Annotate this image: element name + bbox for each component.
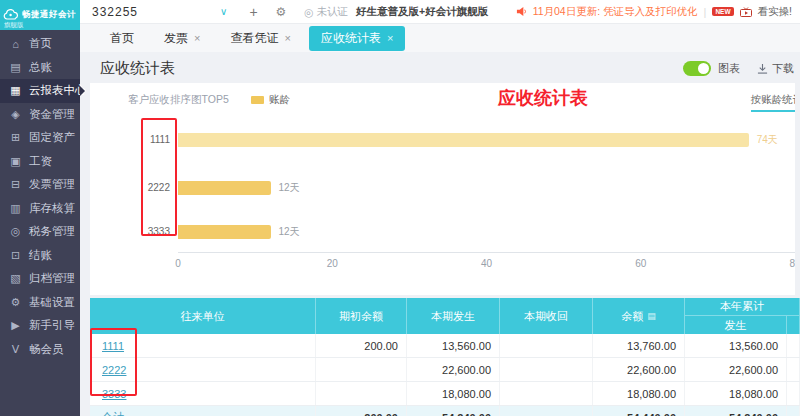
col-header-received[interactable]: 本期收回: [500, 298, 593, 334]
aging-analysis-link[interactable]: 按账龄统计: [751, 93, 796, 112]
sidebar-menu: ⌂ 首页 ▤ 总账 ▦ 云报表中心 ◈ 资金管理 ⊞ 固定资产 ▣ 工资 ⊟ 发…: [0, 30, 80, 361]
sidebar-item-label: 发票管理: [29, 177, 75, 192]
video-tv-icon: [740, 7, 752, 17]
sidebar-item-home[interactable]: ⌂ 首页: [0, 32, 80, 56]
bar-chart-plot: 1111 2222 3333 74天 12天 12天 0 20 40 60 80: [178, 119, 795, 253]
sidebar: 畅捷通好会计 旗舰版 ⌂ 首页 ▤ 总账 ▦ 云报表中心 ◈ 资金管理 ⊞ 固定…: [0, 0, 80, 416]
salary-icon: ▣: [9, 155, 22, 168]
download-icon: [757, 63, 768, 74]
chart-legend: 账龄: [251, 93, 290, 107]
sidebar-item-funds[interactable]: ◈ 资金管理: [0, 103, 80, 127]
party-link[interactable]: 2222: [102, 364, 126, 376]
tab-receivable-stats[interactable]: 应收统计表 ×: [309, 26, 405, 51]
sidebar-item-archive[interactable]: ▧ 归档管理: [0, 267, 80, 291]
sidebar-item-inventory[interactable]: ▥ 库存核算: [0, 197, 80, 221]
receivable-chart-card: 客户应收排序图TOP5 账龄 按账龄统计 1111 2222 3333 74天 …: [90, 83, 795, 295]
sidebar-item-general-ledger[interactable]: ▤ 总账: [0, 56, 80, 80]
party-link[interactable]: 3333: [102, 388, 126, 400]
col-header-opening[interactable]: 期初余额: [316, 298, 407, 334]
sidebar-item-salary[interactable]: ▣ 工资: [0, 150, 80, 174]
settings-gear-icon[interactable]: ⚙: [276, 5, 287, 19]
sidebar-item-label: 首页: [29, 36, 52, 51]
x-axis-tick: 60: [635, 258, 646, 269]
sidebar-item-fixed-assets[interactable]: ⊞ 固定资产: [0, 126, 80, 150]
sidebar-item-invoices[interactable]: ⊟ 发票管理: [0, 173, 80, 197]
total-link[interactable]: 合计: [102, 410, 124, 416]
report-chart-icon: ▦: [9, 84, 22, 97]
bar-1111[interactable]: [178, 133, 749, 147]
member-icon: Ⅴ: [9, 343, 22, 356]
bar-3333[interactable]: [178, 225, 271, 239]
category-label[interactable]: 3333: [126, 225, 170, 239]
tab-label: 发票: [164, 30, 188, 47]
table-row: 2222 22,600.00 22,600.00 22,600.00: [90, 358, 800, 382]
col-header-balance[interactable]: 余额 ▤: [593, 298, 685, 334]
cell-ytd: 18,080.00: [685, 382, 787, 405]
cell-empty: [787, 358, 800, 381]
sidebar-item-membership[interactable]: Ⅴ 畅会员: [0, 338, 80, 362]
sidebar-item-label: 归档管理: [29, 271, 75, 286]
tab-label: 查看凭证: [230, 30, 278, 47]
cell-balance: 54,440.00: [593, 406, 685, 416]
cloud-logo-icon: [3, 9, 19, 21]
cell-received: [500, 358, 593, 381]
sidebar-item-settings[interactable]: ⚙ 基础设置: [0, 291, 80, 315]
sidebar-item-label: 结账: [29, 248, 52, 263]
sidebar-item-closing[interactable]: ⊡ 结账: [0, 244, 80, 268]
sidebar-item-label: 固定资产: [29, 130, 75, 145]
new-badge: NEW: [712, 7, 733, 16]
chart-toggle-label: 图表: [718, 61, 740, 76]
receivable-table: 往来单位 期初余额 本期发生 本期收回 余额 ▤ 本年累计 发生 1111 20…: [90, 298, 800, 416]
tab-invoice[interactable]: 发票 ×: [152, 26, 212, 51]
cell-current: 13,560.00: [407, 334, 500, 357]
cell-ytd: 22,600.00: [685, 358, 787, 381]
cell-received: [500, 382, 593, 405]
close-icon[interactable]: ×: [387, 32, 393, 44]
close-icon[interactable]: ×: [284, 32, 290, 44]
category-label[interactable]: 2222: [126, 181, 170, 195]
sidebar-item-tax[interactable]: ◎ 税务管理: [0, 220, 80, 244]
sidebar-item-guide[interactable]: ▶ 新手引导: [0, 314, 80, 338]
update-notice[interactable]: 11月04日更新: 凭证导入及打印优化: [533, 5, 698, 19]
closing-icon: ⊡: [9, 249, 22, 262]
uncertified-icon: ◎: [304, 6, 313, 18]
sort-icon[interactable]: ▤: [647, 311, 656, 321]
add-account-button[interactable]: +: [249, 4, 257, 20]
bar-value-label: 12天: [279, 181, 300, 195]
cell-received: [500, 406, 593, 416]
close-icon[interactable]: ×: [194, 32, 200, 44]
chart-toggle[interactable]: [683, 61, 711, 76]
content-area: 应收统计表 图表 下载 客户应收排序图TOP5 账龄: [80, 52, 800, 416]
col-header-ytd-sub[interactable]: 发生: [685, 316, 787, 334]
download-button[interactable]: 下载: [757, 61, 794, 76]
cell-opening: [316, 382, 407, 405]
sidebar-item-cloud-reports[interactable]: ▦ 云报表中心: [0, 79, 80, 103]
cell-ytd: 13,560.00: [685, 334, 787, 357]
promo-link[interactable]: 看实操!: [758, 5, 792, 19]
col-header-ytd-group[interactable]: 本年累计: [685, 298, 800, 316]
sidebar-item-label: 基础设置: [29, 295, 75, 310]
sidebar-item-label: 税务管理: [29, 224, 75, 239]
ledger-icon: ▤: [9, 61, 22, 74]
tab-view-voucher[interactable]: 查看凭证 ×: [218, 26, 302, 51]
cell-opening: 200.00: [316, 334, 407, 357]
cell-current: 22,600.00: [407, 358, 500, 381]
bar-2222[interactable]: [178, 181, 271, 195]
download-label: 下载: [772, 61, 794, 76]
category-label[interactable]: 1111: [126, 133, 170, 147]
edition-name: 好生意普及版+好会计旗舰版: [356, 5, 488, 19]
cell-empty: [787, 334, 800, 357]
col-header-current[interactable]: 本期发生: [407, 298, 500, 334]
inventory-icon: ▥: [9, 202, 22, 215]
col-header-party[interactable]: 往来单位: [90, 298, 316, 334]
chevron-down-icon[interactable]: ∨: [220, 6, 227, 17]
guide-icon: ▶: [9, 319, 22, 332]
home-icon: ⌂: [9, 38, 22, 50]
cell-balance: 22,600.00: [593, 358, 685, 381]
party-link[interactable]: 1111: [102, 340, 124, 352]
topbar: 332255 ∨ + ⚙ ◎ 未认证 好生意普及版+好会计旗舰版 11月04日更…: [80, 0, 800, 24]
table-row: 3333 18,080.00 18,080.00 18,080.00: [90, 382, 800, 406]
table-header: 往来单位 期初余额 本期发生 本期收回 余额 ▤ 本年累计 发生: [90, 298, 800, 334]
tab-home[interactable]: 首页: [98, 26, 146, 51]
cell-balance: 18,080.00: [593, 382, 685, 405]
